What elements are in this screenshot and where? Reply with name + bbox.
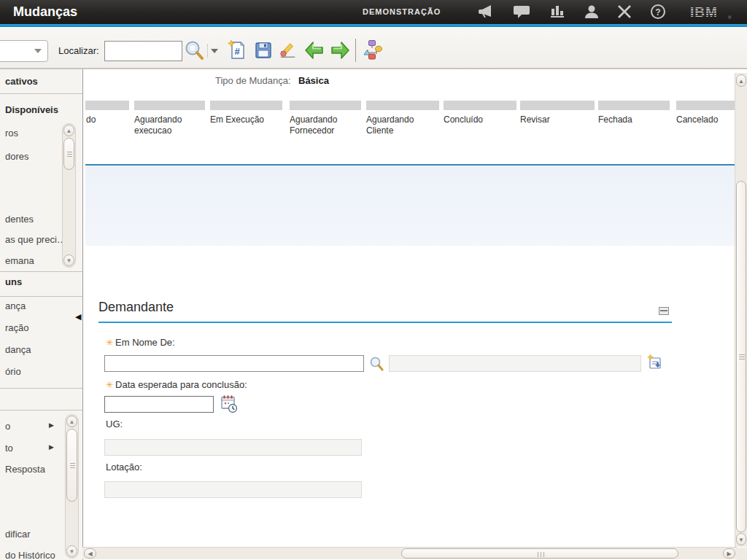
toolbar-separator bbox=[355, 39, 356, 62]
help-icon[interactable]: ? bbox=[649, 4, 667, 19]
workflow-stage: Em Execução bbox=[210, 101, 282, 125]
sidebar-item[interactable]: ração bbox=[0, 322, 76, 333]
calendar-date-picker-icon[interactable] bbox=[220, 394, 239, 413]
previous-record-button[interactable] bbox=[304, 39, 325, 61]
workflow-routing-button[interactable] bbox=[361, 39, 383, 61]
sidebar-scrollbar[interactable]: ▲ ▼ bbox=[62, 123, 76, 268]
sidebar-item[interactable]: dança bbox=[0, 344, 76, 355]
lotacao-label: Lotação: bbox=[106, 462, 142, 472]
sidebar-collapse-icon[interactable]: ◀ bbox=[75, 311, 82, 322]
sidebar-section-disponiveis[interactable]: Disponíveis bbox=[0, 104, 79, 115]
required-icon: ✳ bbox=[106, 338, 113, 348]
clear-changes-button[interactable] bbox=[279, 39, 298, 61]
lotacao-field bbox=[104, 481, 362, 498]
vertical-scrollbar[interactable]: ▲ ▼ bbox=[735, 73, 747, 547]
app-header: Mudanças DEMONSTRAÇÃO ? IBM ® bbox=[0, 0, 747, 24]
workflow-stage-bar[interactable] bbox=[210, 101, 282, 110]
sidebar-divider bbox=[0, 93, 82, 94]
workflow-stage-bar[interactable] bbox=[366, 101, 439, 110]
data-esperada-label: Data esperada para conclusão: bbox=[115, 379, 247, 390]
workflow-stage: Aguardando Fornecedor bbox=[290, 101, 361, 136]
scroll-down-icon[interactable]: ▼ bbox=[66, 545, 77, 557]
ibm-logo: IBM ® bbox=[690, 4, 734, 20]
ug-label: UG: bbox=[106, 419, 123, 429]
detail-menu-icon[interactable] bbox=[647, 354, 663, 371]
svg-text:?: ? bbox=[655, 7, 660, 18]
sidebar-section-comuns[interactable]: uns bbox=[0, 276, 79, 287]
em-nome-de-label-row: ✳Em Nome De: bbox=[106, 335, 175, 349]
record-select-dropdown[interactable] bbox=[0, 40, 48, 62]
submenu-arrow-icon: ▶ bbox=[49, 421, 54, 429]
scrollbar-corner bbox=[737, 548, 747, 560]
sidebar-scrollbar[interactable]: ▲ ▼ bbox=[65, 414, 79, 559]
sidebar-section-aplicativos[interactable]: cativos bbox=[0, 76, 79, 87]
sidebar-divider bbox=[0, 388, 82, 389]
em-nome-de-input[interactable] bbox=[104, 355, 364, 372]
scroll-down-icon[interactable]: ▼ bbox=[63, 254, 74, 266]
data-esperada-label-row: ✳Data esperada para conclusão: bbox=[106, 378, 247, 391]
localizar-label: Localizar: bbox=[58, 45, 99, 56]
tipo-de-mudanca-value: Básica bbox=[298, 75, 329, 86]
scroll-up-icon[interactable]: ▲ bbox=[736, 74, 746, 87]
section-title-demandante: Demandante bbox=[98, 300, 174, 315]
vertical-scrollbar-thumb[interactable] bbox=[736, 181, 746, 532]
scroll-up-icon[interactable]: ▲ bbox=[66, 416, 77, 427]
horizontal-scrollbar-thumb[interactable] bbox=[401, 548, 678, 559]
sidebar-divider bbox=[0, 296, 82, 297]
workflow-stage-bar[interactable] bbox=[676, 101, 735, 110]
workflow-stage-bar[interactable] bbox=[520, 101, 595, 110]
scroll-right-icon[interactable]: ▶ bbox=[723, 548, 735, 559]
close-session-icon[interactable] bbox=[616, 4, 633, 19]
submenu-arrow-icon: ▶ bbox=[49, 443, 54, 451]
next-record-button[interactable] bbox=[330, 39, 350, 61]
scroll-down-icon[interactable]: ▼ bbox=[736, 533, 746, 545]
chevron-down-icon bbox=[211, 49, 218, 53]
scroll-left-icon[interactable]: ◀ bbox=[84, 548, 96, 559]
workflow-stage-bar[interactable] bbox=[134, 101, 205, 110]
workflow-stage-bar[interactable] bbox=[598, 101, 670, 110]
scroll-up-icon[interactable]: ▲ bbox=[63, 125, 74, 136]
svg-text:®: ® bbox=[728, 15, 732, 20]
chat-icon[interactable] bbox=[513, 4, 530, 19]
search-input[interactable] bbox=[104, 41, 182, 61]
workflow-stage-bar[interactable] bbox=[290, 101, 361, 110]
required-icon: ✳ bbox=[106, 380, 113, 390]
em-nome-de-display-field bbox=[389, 355, 641, 372]
workflow-stage: Fechada bbox=[598, 101, 670, 125]
em-nome-de-label: Em Nome De: bbox=[115, 337, 175, 348]
workflow-stage: do bbox=[85, 101, 129, 125]
tipo-de-mudanca-label: Tipo de Mudança: bbox=[215, 75, 291, 86]
minimize-section-icon[interactable] bbox=[659, 307, 669, 315]
announcements-icon[interactable] bbox=[478, 4, 495, 19]
sidebar: cativos Disponíveis ros dores dentes as … bbox=[0, 69, 83, 560]
svg-text:IBM: IBM bbox=[690, 4, 718, 20]
sidebar-divider bbox=[0, 271, 82, 272]
workflow-stage: Aguardando execucao bbox=[134, 101, 205, 136]
scrollbar-thumb[interactable] bbox=[63, 138, 74, 170]
sidebar-divider bbox=[0, 410, 82, 411]
toolbar: Localizar: # bbox=[0, 27, 747, 69]
workflow-stage: Revisar bbox=[520, 101, 595, 125]
page-title: Mudanças bbox=[13, 4, 77, 20]
workflow-stage-bar[interactable] bbox=[444, 101, 516, 110]
sidebar-item[interactable]: ança bbox=[0, 300, 76, 311]
ug-field bbox=[104, 439, 362, 456]
search-icon[interactable] bbox=[184, 39, 204, 61]
section-underline bbox=[98, 322, 672, 323]
em-nome-de-search-icon[interactable] bbox=[369, 356, 384, 371]
horizontal-scrollbar[interactable]: ◀ ▶ bbox=[82, 547, 737, 559]
sidebar-item[interactable]: ório bbox=[0, 366, 76, 377]
empty-section-band bbox=[85, 166, 735, 246]
workflow-stage-bar[interactable] bbox=[85, 101, 129, 110]
scrollbar-thumb[interactable] bbox=[66, 429, 77, 502]
reports-chart-icon[interactable] bbox=[549, 4, 566, 19]
profile-icon[interactable] bbox=[583, 4, 600, 19]
environment-label: DEMONSTRAÇÃO bbox=[363, 7, 441, 16]
chevron-down-icon bbox=[34, 49, 42, 53]
new-record-button[interactable]: # bbox=[228, 39, 247, 61]
data-esperada-input[interactable] bbox=[104, 396, 214, 413]
save-record-button[interactable] bbox=[254, 39, 273, 61]
workflow-stage: Cancelado bbox=[676, 101, 735, 125]
search-options-dropdown[interactable] bbox=[207, 44, 219, 58]
main-content: Tipo de Mudança: Básica do Aguardando ex… bbox=[85, 69, 735, 547]
